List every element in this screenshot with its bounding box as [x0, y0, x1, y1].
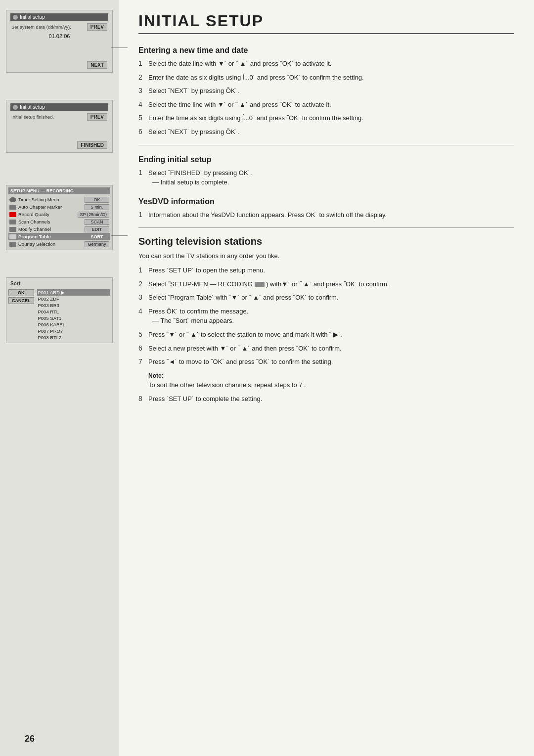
step-5: 5 Enter the time as six digits using ĺ..…: [138, 113, 514, 123]
menu-row-chapter-val: 5 min.: [85, 204, 109, 210]
ending-step-1: 1 Select ˝FINISHED˙ by pressing OK˙. — I…: [138, 168, 514, 187]
box1-next-btn[interactable]: NEXT: [87, 61, 107, 69]
sort-step-1: 1 Press ˙SET UP˙ to open the setup menu.: [138, 266, 514, 275]
channel-list: P001 ARD ▶ P002 ZDF P003 BR3 P004 RTL P0…: [37, 289, 111, 341]
menu-row-chapter: Auto Chapter Marker 5 min.: [8, 203, 110, 211]
setup-icon-2: [13, 105, 18, 110]
channel-item-1[interactable]: P001 ARD ▶: [37, 289, 111, 296]
menu-row-scan-label: Scan Channels: [18, 219, 50, 224]
menu-row-country-label: Country Selection: [18, 241, 55, 247]
channel-item-4[interactable]: P004 RTL: [37, 309, 111, 315]
step-6: 6 Select ˝NEXT˙ by pressing ŎK˙.: [138, 127, 514, 137]
initial-setup-finished-box: Initial setup Initial setup finished. PR…: [6, 100, 113, 153]
initial-setup-date-box: Initial setup Set system date (dd/mm/yy)…: [6, 10, 113, 73]
menu-row-timer: Timer Setting Menu OK: [8, 196, 110, 203]
sort-step-8: 8 Press ˙SET UP˙ to complete the setting…: [138, 394, 514, 404]
sort-step-3: 3 Select ˝Program Table˙ with ˝▼˙ or ˝ ▲…: [138, 293, 514, 303]
step-3: 3 Select ˝NEXT˙ by pressing ŎK˙.: [138, 86, 514, 96]
scan-icon: [9, 220, 16, 224]
setup-icon: [13, 15, 18, 20]
sort-ok-btn[interactable]: OK: [8, 289, 34, 296]
menu-row-scan-val: SCAN: [85, 219, 109, 225]
menu-row-timer-label: Timer Setting Menu: [18, 197, 59, 202]
right-content: INITIAL SETUP Entering a new time and da…: [119, 0, 534, 756]
box2-row1-label: Initial setup finished.: [11, 114, 54, 120]
steps-yesdvd: 1 Information about the YesDVD function …: [138, 210, 514, 220]
separator-1: [138, 145, 514, 145]
channel-item-8[interactable]: P008 RTL2: [37, 334, 111, 341]
chapter-icon: [9, 205, 16, 210]
sort-box: Sort OK CANCEL P001 ARD ▶ P002 ZDF P003 …: [6, 277, 113, 343]
menu-row-program: Program Table SORT: [8, 233, 110, 240]
sorting-intro: You can sort the TV stations in any orde…: [138, 252, 514, 260]
page-title: INITIAL SETUP: [138, 12, 514, 34]
section-heading-time-date: Entering a new time and date: [138, 46, 514, 55]
sort-step-6: 6 Select a new preset with ▼˙ or ˝ ▲˙ an…: [138, 344, 514, 354]
menu-row-quality-label: Record Quality: [18, 212, 49, 217]
sort-subline-4: — The ˝Sort˙ menu appears.: [152, 316, 514, 326]
channel-item-3[interactable]: P003 BR3: [37, 302, 111, 309]
box1-prev-btn[interactable]: PREV: [87, 23, 107, 31]
menu-row-program-label: Program Table: [18, 234, 51, 239]
menu-row-quality: Record Quality SP (25min/G): [8, 211, 110, 218]
note-label: Note:: [148, 372, 164, 379]
steps-sorting: 1 Press ˙SET UP˙ to open the setup menu.…: [138, 266, 514, 403]
separator-2: [138, 227, 514, 228]
box2-finished-btn[interactable]: FINISHED: [77, 141, 107, 149]
left-panel: Initial setup Set system date (dd/mm/yy)…: [0, 0, 119, 756]
menu-row-modify-val: EDIT: [85, 226, 109, 232]
program-icon: [9, 234, 16, 239]
box1-row1-label: Set system date (dd/mm/yy).: [11, 24, 71, 30]
sort-step-4: 4 Press ŎK˙ to confirm the message. — Th…: [138, 307, 514, 326]
menu-row-modify-label: Modify Channel: [18, 226, 51, 232]
menu-row-quality-val: SP (25min/G): [78, 212, 109, 218]
sort-step-5: 5 Press ˝▼˙ or ˝ ▲˙ to select the statio…: [138, 330, 514, 340]
steps-time-date: 1 Select the date line with ▼˙ or ˝ ▲˙ a…: [138, 59, 514, 137]
sort-buttons: OK CANCEL: [8, 289, 34, 341]
country-icon: [9, 242, 16, 247]
channel-item-6[interactable]: P006 KABEL: [37, 321, 111, 328]
menu-row-country: Country Selection Germany: [8, 240, 110, 248]
channel-item-5[interactable]: P005 SAT1: [37, 315, 111, 321]
modify-icon: [9, 227, 16, 232]
channel-item-7[interactable]: P007 PRO7: [37, 328, 111, 334]
setup-menu-title: SETUP MENU — RECORDING: [8, 187, 110, 194]
menu-row-chapter-label: Auto Chapter Marker: [18, 204, 62, 210]
box2-title: Initial setup: [20, 104, 45, 110]
menu-row-country-val: Germany: [85, 241, 109, 247]
menu-row-modify: Modify Channel EDIT: [8, 225, 110, 233]
sort-step-2: 2 Select ˝SETUP-MEN — RECODING ) with▼˙ …: [138, 279, 514, 289]
sort-step-7: 7 Press ˝◄˙ to move to ˝OK˙ and press ˝O…: [138, 357, 514, 367]
section-heading-ending: Ending initial setup: [138, 155, 514, 164]
ending-subline: — Initial setup is complete.: [152, 178, 514, 187]
sort-box-title: Sort: [8, 280, 110, 287]
setup-menu-box: SETUP MENU — RECORDING Timer Setting Men…: [6, 185, 113, 255]
quality-icon: [9, 212, 16, 217]
step-4: 4 Select the time line with ▼˙ or ˝ ▲˙ a…: [138, 100, 514, 110]
step-2: 2 Enter the date as six digits using ĺ..…: [138, 73, 514, 83]
steps-ending: 1 Select ˝FINISHED˙ by pressing OK˙. — I…: [138, 168, 514, 187]
date-display: 01.02.06: [10, 31, 108, 41]
sort-cancel-btn[interactable]: CANCEL: [8, 297, 34, 304]
menu-row-scan: Scan Channels SCAN: [8, 218, 110, 225]
sort-note: Note: To sort the other television chann…: [138, 371, 514, 390]
section-heading-sorting: Sorting television stations: [138, 236, 514, 247]
page-number: 26: [25, 734, 35, 744]
channel-item-2[interactable]: P002 ZDF: [37, 296, 111, 302]
menu-row-timer-val: OK: [85, 197, 109, 203]
box2-prev-btn[interactable]: PREV: [87, 113, 107, 121]
section-heading-yesdvd: YesDVD information: [138, 197, 514, 206]
menu-row-program-val: SORT: [85, 234, 109, 240]
timer-icon: [9, 197, 16, 202]
yesdvd-step-1: 1 Information about the YesDVD function …: [138, 210, 514, 220]
box1-title: Initial setup: [20, 14, 45, 20]
step-1: 1 Select the date line with ▼˙ or ˝ ▲˙ a…: [138, 59, 514, 69]
